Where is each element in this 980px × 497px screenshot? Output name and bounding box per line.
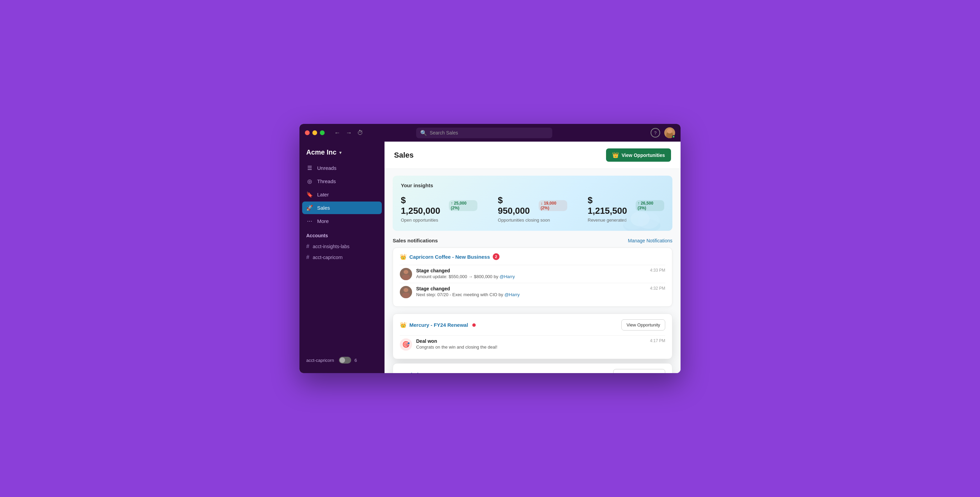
- cloud-decoration: [618, 207, 666, 231]
- notification-card-mercury: 👑 Mercury - FY24 Renewal View Opportunit…: [393, 314, 672, 359]
- reminder-header-row: Reminder Update Opportunities: [400, 369, 665, 373]
- mention-harry-2[interactable]: @Harry: [504, 292, 520, 297]
- app-body: Acme Inc ▾ ☰ Unreads ◎ Threads 🔖 Later 🚀: [299, 142, 681, 373]
- sidebar-label-more: More: [317, 218, 329, 224]
- sidebar-label-later: Later: [317, 192, 329, 198]
- view-opportunity-button[interactable]: View Opportunity: [621, 319, 665, 331]
- mercury-account-name[interactable]: 👑 Mercury - FY24 Renewal: [400, 322, 476, 328]
- update-opportunities-button[interactable]: Update Opportunities: [613, 369, 665, 373]
- channel-name-capricorn: acct-capricorn: [313, 255, 343, 260]
- event-content-2: Stage changed Next step: 07/20 - Exec me…: [416, 286, 646, 297]
- deal-won-icon: 🎯: [400, 338, 412, 350]
- sidebar-item-threads[interactable]: ◎ Threads: [302, 175, 382, 188]
- back-button[interactable]: ←: [333, 128, 342, 138]
- notif-account-name-capricorn[interactable]: 👑 Capricorn Coffee - New Business 2: [400, 253, 500, 260]
- online-status-dot: [672, 135, 675, 138]
- maximize-button[interactable]: [320, 131, 325, 135]
- notifications-title: Sales notifications: [393, 237, 438, 244]
- metric-label-open: Open opportunities: [401, 218, 477, 223]
- notification-event-1: Stage changed Amount update: $550,000 → …: [400, 265, 665, 283]
- workspace-chevron-icon: ▾: [339, 150, 342, 155]
- titlebar: ← → ⏱ 🔍 ?: [299, 124, 681, 142]
- mention-harry-1[interactable]: @Harry: [500, 274, 515, 279]
- footer-count: 6: [355, 358, 357, 363]
- sidebar-channel-insights-labs[interactable]: # acct-insights-labs: [299, 241, 385, 252]
- unreads-icon: ☰: [306, 165, 313, 171]
- workspace-selector[interactable]: Acme Inc ▾: [299, 142, 385, 162]
- sidebar-footer[interactable]: acct-capricorn 6: [299, 353, 385, 368]
- notification-card-capricorn: 👑 Capricorn Coffee - New Business 2 Stag…: [393, 247, 672, 307]
- notification-badge: 2: [493, 253, 500, 260]
- notif-avatar-2: [400, 286, 412, 298]
- titlebar-right: ?: [651, 127, 675, 138]
- footer-toggle[interactable]: [339, 357, 351, 363]
- minimize-button[interactable]: [312, 131, 317, 135]
- notifications-section: Sales notifications Manage Notifications…: [393, 237, 672, 307]
- sidebar-item-sales[interactable]: 🚀 Sales: [302, 202, 382, 214]
- event-desc-1: Amount update: $550,000 → $800,000 by @H…: [416, 274, 646, 279]
- event-time-2: 4:32 PM: [650, 286, 665, 291]
- sidebar-label-unreads: Unreads: [317, 165, 337, 171]
- toggle-knob: [340, 357, 345, 363]
- search-icon: 🔍: [420, 130, 427, 136]
- reminder-red-dot: [427, 373, 431, 373]
- crown-icon-capricorn: 👑: [400, 253, 407, 260]
- sidebar-item-unreads[interactable]: ☰ Unreads: [302, 162, 382, 174]
- sidebar-item-later[interactable]: 🔖 Later: [302, 188, 382, 201]
- deal-won-content: Deal won Congrats on the win and closing…: [416, 338, 646, 350]
- crown-icon: 👑: [612, 152, 619, 158]
- close-button[interactable]: [305, 131, 310, 135]
- later-icon: 🔖: [306, 191, 313, 198]
- footer-channel-name: acct-capricorn: [306, 358, 334, 363]
- deal-won-title: Deal won: [416, 338, 646, 344]
- sidebar-label-threads: Threads: [317, 178, 336, 184]
- sidebar-nav: ☰ Unreads ◎ Threads 🔖 Later 🚀 Sales ⋯: [299, 162, 385, 228]
- event-desc-2: Next step: 07/20 - Exec meeting with CIO…: [416, 292, 646, 297]
- metric-badge-closing: ↓ 19,000 (2%): [539, 200, 567, 211]
- avatar-head-2: [404, 288, 408, 292]
- sales-header: Sales 👑 View Opportunities: [385, 142, 681, 169]
- history-button[interactable]: ⏱: [356, 128, 365, 138]
- view-opportunities-button[interactable]: 👑 View Opportunities: [606, 148, 671, 162]
- channel-name-insights-labs: acct-insights-labs: [313, 244, 350, 249]
- notifications-header: Sales notifications Manage Notifications: [393, 237, 672, 244]
- sidebar-label-sales: Sales: [317, 205, 330, 211]
- user-avatar-wrapper[interactable]: [664, 127, 675, 138]
- search-input[interactable]: [430, 130, 548, 135]
- workspace-name: Acme Inc: [306, 148, 337, 156]
- notification-event-2: Stage changed Next step: 07/20 - Exec me…: [400, 283, 665, 301]
- manage-notifications-link[interactable]: Manage Notifications: [628, 238, 672, 244]
- sidebar-channel-capricorn[interactable]: # acct-capricorn: [299, 252, 385, 263]
- crown-icon-mercury: 👑: [400, 322, 407, 328]
- avatar-head: [667, 129, 672, 134]
- metric-value-open: $ 1,250,000 ↑ 25,000 (2%): [401, 195, 477, 216]
- capricorn-account-label: Capricorn Coffee - New Business: [409, 254, 490, 260]
- help-button[interactable]: ?: [651, 128, 660, 137]
- mercury-red-dot: [472, 323, 476, 327]
- metric-badge-open: ↑ 25,000 (2%): [449, 200, 477, 211]
- event-title-1: Stage changed: [416, 268, 646, 273]
- hash-icon-capricorn: #: [306, 254, 309, 260]
- event-content-1: Stage changed Amount update: $550,000 → …: [416, 268, 646, 279]
- sidebar: Acme Inc ▾ ☰ Unreads ◎ Threads 🔖 Later 🚀: [299, 142, 385, 373]
- app-window: ← → ⏱ 🔍 ? Acme Inc ▾: [299, 124, 681, 373]
- avatar-body-2: [402, 293, 410, 298]
- notif-avatar-1: [400, 268, 412, 280]
- deal-won-time: 4:17 PM: [650, 338, 665, 343]
- view-opportunities-label: View Opportunities: [622, 153, 665, 158]
- avatar-head-1: [404, 270, 408, 274]
- sales-icon: 🚀: [306, 205, 313, 211]
- metric-label-closing: Opportunities closing soon: [498, 218, 567, 223]
- metric-value-closing: $ 950,000 ↓ 19,000 (2%): [498, 195, 567, 216]
- nav-buttons: ← → ⏱: [333, 128, 365, 138]
- metric-open-opportunities: $ 1,250,000 ↑ 25,000 (2%) Open opportuni…: [401, 195, 477, 223]
- notif-header-row: 👑 Capricorn Coffee - New Business 2: [400, 253, 665, 260]
- forward-button[interactable]: →: [344, 128, 353, 138]
- accounts-section-title: Accounts: [299, 228, 385, 241]
- search-bar[interactable]: 🔍: [416, 127, 552, 138]
- sidebar-item-more[interactable]: ⋯ More: [302, 215, 382, 228]
- more-icon: ⋯: [306, 218, 313, 224]
- deal-won-desc: Congrats on the win and closing the deal…: [416, 344, 646, 350]
- hash-icon-insights: #: [306, 244, 309, 250]
- metric-closing-soon: $ 950,000 ↓ 19,000 (2%) Opportunities cl…: [498, 195, 567, 223]
